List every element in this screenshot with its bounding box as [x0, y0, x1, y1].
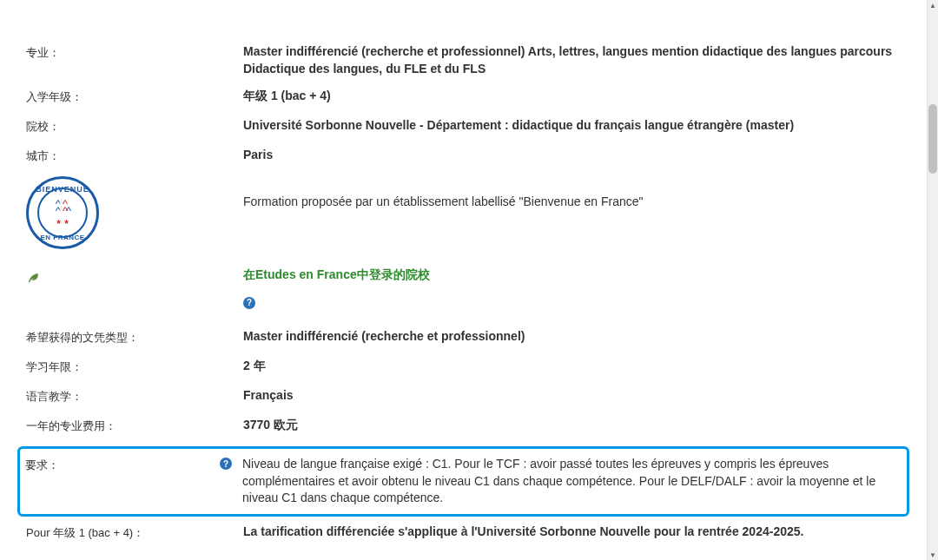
stars-icon: ★ ★: [56, 218, 69, 226]
help-icon[interactable]: ?: [220, 458, 232, 470]
scroll-up-arrow-icon[interactable]: ▲: [928, 0, 938, 10]
value-school: Université Sorbonne Nouvelle - Départeme…: [243, 117, 901, 135]
chevron-pattern-icon: ^^^ ^^^^: [56, 201, 69, 215]
label-fee: 一年的专业费用：: [26, 417, 243, 434]
label-for-year: Pour 年级 1 (bac + 4)：: [26, 524, 243, 541]
value-fee: 3770 欧元: [243, 417, 901, 434]
label-requirements: 要求：: [25, 458, 59, 473]
field-entry-year: 入学年级： 年级 1 (bac + 4): [26, 88, 901, 107]
value-entry-year: 年级 1 (bac + 4): [243, 88, 901, 105]
help-icon-row: ?: [26, 293, 901, 313]
value-specialty: Master indifférencié (recherche et profe…: [243, 43, 901, 77]
value-requirements: Niveau de langue française exigé : C1. P…: [242, 456, 902, 507]
bienvenue-en-france-logo: BIENVENUE ^^^ ^^^^ ★ ★ EN FRANCE: [26, 176, 99, 249]
field-duration: 学习年限： 2 年: [26, 358, 901, 377]
leaf-icon: [26, 268, 42, 287]
requirements-highlight-box: 要求： ? Niveau de langue française exigé :…: [17, 446, 909, 517]
field-degree-type: 希望获得的文凭类型： Master indifférencié (recherc…: [26, 328, 901, 347]
label-language: 语言教学：: [26, 387, 243, 405]
label-duration: 学习年限：: [26, 358, 243, 375]
value-city: Paris: [243, 147, 901, 164]
value-degree-type: Master indifférencié (recherche et profe…: [243, 328, 901, 346]
value-language: Français: [243, 387, 901, 405]
label-specialty: 专业：: [26, 43, 243, 61]
field-fee: 一年的专业费用： 3770 欧元: [26, 417, 901, 436]
value-for-year: La tarification différenciée s'applique …: [243, 524, 901, 541]
field-city: 城市： Paris: [26, 147, 901, 166]
main-content-panel: 专业： Master indifférencié (recherche et p…: [0, 0, 928, 560]
value-duration: 2 年: [243, 358, 901, 375]
field-institution-link: 在Etudes en France中登录的院校: [26, 267, 901, 287]
field-school: 院校： Université Sorbonne Nouvelle - Dépar…: [26, 117, 901, 136]
etudes-en-france-link[interactable]: 在Etudes en France中登录的院校: [243, 267, 430, 281]
help-icon[interactable]: ?: [243, 297, 255, 309]
field-language: 语言教学： Français: [26, 387, 901, 406]
scrollbar-thumb[interactable]: [928, 104, 937, 174]
field-specialty: 专业： Master indifférencié (recherche et p…: [26, 43, 901, 77]
label-degree-type: 希望获得的文凭类型：: [26, 328, 243, 346]
label-school: 院校：: [26, 117, 243, 135]
field-for-year: Pour 年级 1 (bac + 4)： La tarification dif…: [26, 524, 901, 543]
field-bienvenue: BIENVENUE ^^^ ^^^^ ★ ★ EN FRANCE Formati…: [26, 176, 901, 249]
label-city: 城市：: [26, 147, 243, 164]
scroll-down-arrow-icon[interactable]: ▼: [928, 550, 938, 560]
scrollbar-track[interactable]: ▲ ▼: [928, 0, 938, 560]
value-bienvenue: Formation proposée par un établissement …: [243, 176, 901, 211]
field-requirements: 要求： ? Niveau de langue française exigé :…: [25, 456, 902, 507]
label-entry-year: 入学年级：: [26, 88, 243, 105]
